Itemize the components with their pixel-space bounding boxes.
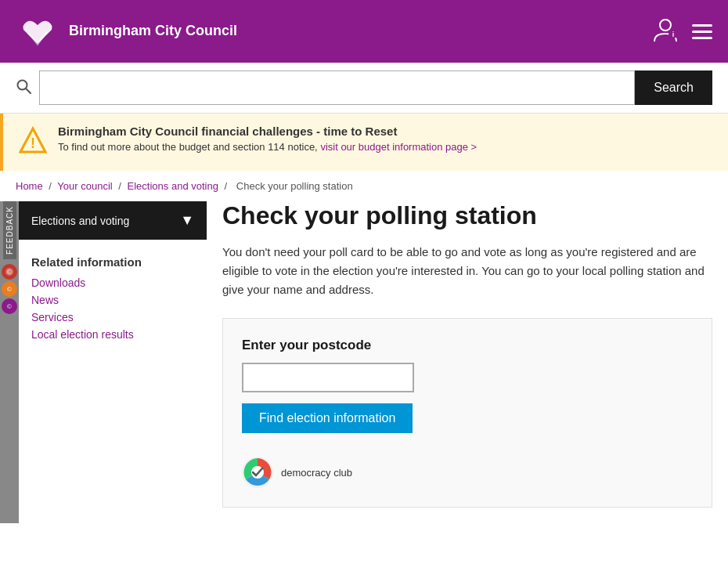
- svg-line-5: [26, 89, 31, 93]
- alert-body: To find out more about the budget and se…: [58, 141, 477, 153]
- breadcrumb-home[interactable]: Home: [16, 180, 43, 192]
- left-icon-3[interactable]: ©: [2, 298, 17, 314]
- page-title: Check your polling station: [222, 201, 712, 230]
- svg-text:©: ©: [7, 286, 12, 293]
- sidebar-nav-label: Elections and voting: [31, 215, 129, 227]
- search-icon: [16, 78, 31, 98]
- democracy-club-branding: democracy club: [242, 457, 693, 488]
- left-feedback-panel: FEEDBACK © © ©: [0, 201, 19, 523]
- page-description: You don't need your poll card to be able…: [222, 243, 712, 299]
- alert-link[interactable]: visit our budget information page >: [320, 141, 477, 153]
- svg-point-1: [660, 20, 671, 31]
- list-item: Local election results: [31, 328, 194, 341]
- svg-text:©: ©: [7, 303, 12, 310]
- alert-banner: ! Birmingham City Council financial chal…: [0, 114, 728, 171]
- sidebar-nav-toggle[interactable]: Elections and voting ▼: [19, 201, 207, 240]
- polling-station-form-card: Enter your postcode Find election inform…: [222, 318, 712, 508]
- site-header: Birmingham City Council i: [0, 0, 728, 63]
- sidebar-links-list: Downloads News Services Local election r…: [31, 276, 194, 341]
- sidebar-related: Related information Downloads News Servi…: [19, 255, 207, 341]
- sidebar-link-news[interactable]: News: [31, 294, 59, 306]
- bcc-logo-icon: [16, 9, 59, 53]
- alert-icon: !: [19, 126, 47, 160]
- left-icon-2[interactable]: ©: [2, 281, 17, 297]
- main-layout: FEEDBACK © © © Elections and vot: [0, 201, 728, 547]
- alert-title: Birmingham City Council financial challe…: [58, 125, 477, 138]
- sidebar-link-downloads[interactable]: Downloads: [31, 276, 85, 289]
- list-item: News: [31, 294, 194, 306]
- logo-area: Birmingham City Council: [16, 9, 237, 53]
- breadcrumb-elections[interactable]: Elections and voting: [128, 180, 218, 192]
- svg-text:!: !: [31, 136, 35, 151]
- hamburger-menu-icon[interactable]: [692, 24, 712, 39]
- sidebar: Elections and voting ▼ Related informati…: [19, 201, 207, 523]
- left-icon-1[interactable]: ©: [2, 264, 17, 280]
- account-icon[interactable]: i: [651, 15, 679, 48]
- related-info-title: Related information: [31, 255, 194, 269]
- breadcrumb-your-council[interactable]: Your council: [57, 180, 112, 192]
- feedback-label[interactable]: FEEDBACK: [3, 201, 16, 259]
- breadcrumb-current: Check your polling station: [236, 180, 353, 192]
- search-bar: Search: [0, 63, 728, 114]
- postcode-label: Enter your postcode: [242, 338, 693, 353]
- search-input[interactable]: [39, 70, 635, 105]
- svg-text:©: ©: [7, 269, 12, 276]
- page-content: Check your polling station You don't nee…: [207, 201, 728, 523]
- list-item: Downloads: [31, 276, 194, 289]
- democracy-club-logo-icon: [242, 457, 273, 488]
- site-name: Birmingham City Council: [69, 22, 237, 40]
- breadcrumb: Home / Your council / Elections and voti…: [0, 171, 728, 201]
- header-actions: i: [651, 15, 712, 48]
- sidebar-link-services[interactable]: Services: [31, 311, 74, 323]
- alert-content: Birmingham City Council financial challe…: [58, 125, 477, 153]
- list-item: Services: [31, 311, 194, 323]
- left-icon-group: © © ©: [2, 264, 17, 314]
- postcode-input[interactable]: [242, 363, 414, 392]
- svg-text:i: i: [672, 31, 675, 38]
- search-button[interactable]: Search: [635, 70, 712, 105]
- find-election-button[interactable]: Find election information: [242, 403, 413, 433]
- democracy-club-text: democracy club: [281, 467, 352, 479]
- sidebar-link-local-election[interactable]: Local election results: [31, 328, 134, 341]
- chevron-down-icon: ▼: [180, 212, 194, 229]
